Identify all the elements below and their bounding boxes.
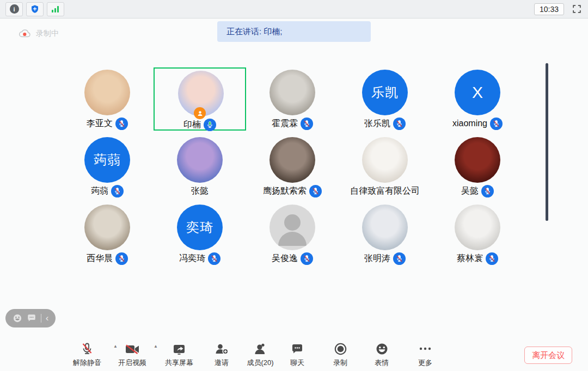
- avatar-initials: 蒟蒻: [94, 151, 121, 169]
- participant-name-row: 张明涛: [339, 251, 431, 265]
- fullscreen-icon: [572, 4, 582, 14]
- shield-icon: [30, 4, 40, 14]
- mic-muted-icon[interactable]: [486, 252, 498, 265]
- mic-muted-icon[interactable]: [490, 118, 503, 130]
- bottom-toolbar: 解除静音▲开启视频▲共享屏幕邀请成员(20)聊天录制表情更多: [0, 337, 588, 371]
- members-button[interactable]: 成员(20): [247, 342, 273, 368]
- info-button[interactable]: i: [5, 2, 23, 16]
- participant-cell[interactable]: 乐凯张乐凯: [339, 67, 431, 131]
- members-icon: [247, 342, 273, 356]
- avatar: [84, 205, 130, 250]
- participant-cell[interactable]: 吴俊逸: [246, 202, 339, 265]
- participant-name-row: 蔡林寰: [431, 251, 524, 265]
- network-status-button[interactable]: [47, 2, 64, 16]
- top-bar-left: i: [5, 2, 64, 16]
- invite-label: 邀请: [215, 358, 229, 368]
- speaking-banner: 正在讲话: 印楠;: [217, 21, 371, 42]
- mic-speaking-icon[interactable]: [204, 119, 216, 131]
- participant-cell[interactable]: 蒟蒻蒟蒻: [61, 135, 154, 198]
- quick-reactions-pill: ‹: [5, 309, 56, 327]
- unmute-options-expander[interactable]: ▲: [113, 344, 118, 349]
- participant-cell[interactable]: 自律致富有限公司: [339, 135, 431, 198]
- participant-cell[interactable]: 霍震霖: [246, 67, 339, 131]
- more-dots-icon: [418, 342, 432, 356]
- participant-name: 西华晨: [87, 253, 113, 264]
- participant-name: 霍震霖: [272, 118, 298, 129]
- mic-muted-icon[interactable]: [481, 185, 494, 197]
- avatar-initials: 奕琦: [186, 219, 213, 236]
- recording-indicator: 录制中: [19, 29, 59, 39]
- participant-name-row: 霍震霖: [246, 116, 339, 131]
- mic-muted-icon[interactable]: [393, 252, 406, 265]
- chat-label: 聊天: [290, 358, 304, 368]
- participant-name: 冯奕琦: [179, 253, 205, 264]
- mic-muted-icon[interactable]: [111, 185, 124, 197]
- record-button[interactable]: 录制: [333, 342, 347, 368]
- cloud-recording-icon: [19, 29, 32, 39]
- participant-cell[interactable]: 张明涛: [339, 202, 431, 265]
- mic-muted-icon[interactable]: [309, 185, 322, 197]
- fullscreen-button[interactable]: [571, 3, 583, 15]
- emoji-label: 表情: [375, 358, 389, 368]
- participant-name: 印楠: [183, 119, 201, 131]
- avatar: X: [455, 70, 500, 115]
- smiley-icon[interactable]: [13, 313, 22, 323]
- participant-name: 李亚文: [87, 118, 113, 129]
- signal-bars-icon: [51, 5, 60, 14]
- mic-muted-icon[interactable]: [115, 118, 128, 130]
- meeting-time: 10:33: [534, 3, 564, 15]
- unmute-button[interactable]: 解除静音: [73, 342, 101, 368]
- participant-name-row: 张乐凯: [339, 116, 431, 131]
- more-button[interactable]: 更多: [418, 342, 432, 368]
- start-video-options-expander[interactable]: ▲: [154, 344, 158, 349]
- mic-off-icon: [73, 342, 101, 356]
- participant-name: 张明涛: [364, 253, 390, 264]
- emoji-button[interactable]: 表情: [375, 342, 389, 368]
- invite-person-icon: [215, 342, 229, 356]
- participant-cell[interactable]: 张懿: [154, 135, 246, 198]
- meeting-window: i 10:33 录制中 正在讲话: 印楠; 李亚文印楠霍震霖乐凯张乐凯Xxiao…: [0, 0, 588, 371]
- participant-name: 鹰扬默索索: [263, 186, 307, 197]
- leave-meeting-button[interactable]: 离开会议: [524, 347, 572, 364]
- participant-name-row: 自律致富有限公司: [339, 184, 431, 198]
- participant-cell[interactable]: Xxiaoming: [431, 67, 524, 131]
- avatar: 蒟蒻: [84, 137, 130, 183]
- security-button[interactable]: [26, 2, 44, 16]
- top-bar: i 10:33: [0, 0, 588, 18]
- speaking-banner-text: 正在讲话: 印楠;: [226, 27, 283, 36]
- mic-muted-icon[interactable]: [393, 118, 406, 130]
- avatar: 乐凯: [362, 70, 408, 115]
- mic-muted-icon[interactable]: [208, 252, 220, 265]
- mic-muted-icon[interactable]: [301, 252, 313, 265]
- participant-cell[interactable]: 吴懿: [431, 135, 524, 198]
- invite-button[interactable]: 邀请: [215, 342, 229, 368]
- avatar-initials: X: [472, 83, 483, 102]
- participant-cell[interactable]: 鹰扬默索索: [246, 135, 339, 198]
- chat-bubble-icon[interactable]: [27, 313, 36, 323]
- participant-cell[interactable]: 西华晨: [61, 202, 154, 265]
- recording-label: 录制中: [36, 29, 59, 39]
- participant-cell[interactable]: 奕琦冯奕琦: [154, 202, 246, 265]
- avatar: [270, 70, 315, 115]
- avatar: [270, 205, 315, 250]
- mic-muted-icon[interactable]: [301, 118, 313, 130]
- share-screen-button[interactable]: 共享屏幕: [165, 342, 193, 368]
- participant-name: 吴懿: [461, 186, 479, 197]
- chat-button[interactable]: 聊天: [290, 342, 304, 368]
- members-label: 成员(20): [247, 358, 273, 368]
- participant-name-row: 吴俊逸: [246, 251, 339, 265]
- mic-muted-icon[interactable]: [115, 252, 128, 265]
- participant-name: 蒟蒻: [91, 186, 108, 197]
- participant-cell[interactable]: 李亚文: [61, 67, 154, 131]
- share-screen-icon: [165, 342, 193, 356]
- participant-cell[interactable]: 印楠: [154, 67, 246, 131]
- participant-name: xiaoming: [452, 119, 487, 128]
- avatar: [362, 205, 408, 250]
- start-video-button[interactable]: 开启视频: [118, 342, 146, 368]
- participant-cell[interactable]: 蔡林寰: [431, 202, 524, 265]
- participant-name: 吴俊逸: [272, 253, 298, 264]
- record-icon: [333, 342, 347, 356]
- chevron-left-icon[interactable]: ‹: [46, 313, 49, 323]
- avatar: 奕琦: [177, 205, 223, 250]
- scrollbar-thumb[interactable]: [546, 63, 548, 221]
